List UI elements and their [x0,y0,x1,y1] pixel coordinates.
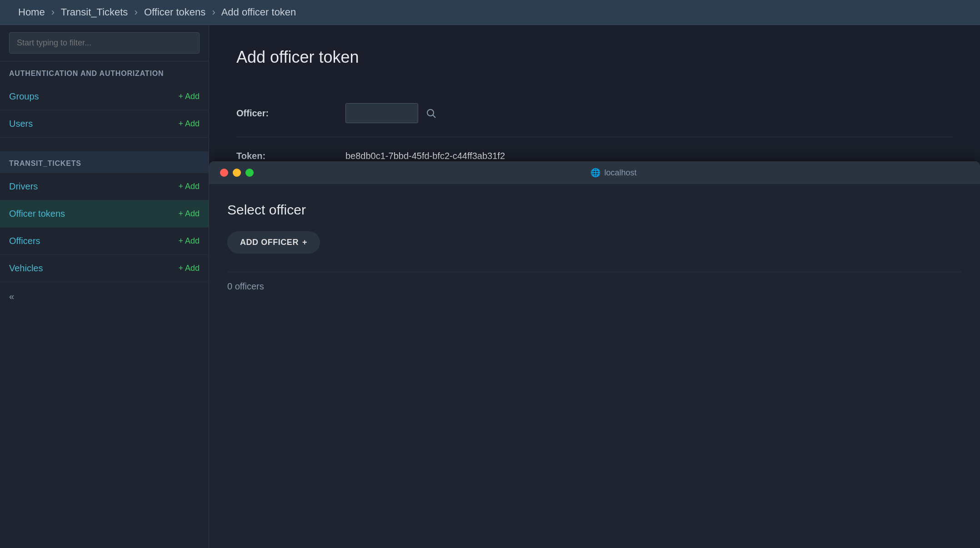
sidebar-item-officers[interactable]: Officers + Add [0,228,209,255]
traffic-light-green[interactable] [245,169,254,177]
breadcrumb-sep2: › [135,6,138,18]
officers-count: 0 officers [227,272,962,292]
auth-section-header: AUTHENTICATION AND AUTHORIZATION [0,61,209,83]
popup-window: 🌐 localhost Select officer ADD OFFICER +… [209,161,980,548]
traffic-light-red[interactable] [220,169,228,177]
globe-icon: 🌐 [590,168,600,178]
officer-search-button[interactable] [424,106,438,120]
officer-field [345,103,438,123]
breadcrumb-officer-tokens[interactable]: Officer tokens [144,6,205,18]
popup-url-text: localhost [604,168,636,178]
sidebar-item-groups-label: Groups [9,91,39,102]
sidebar-item-users-label: Users [9,119,33,129]
sidebar-item-groups-add[interactable]: + Add [178,92,200,101]
sidebar-item-officer-tokens-add[interactable]: + Add [178,209,200,219]
traffic-light-yellow[interactable] [233,169,241,177]
main-layout: AUTHENTICATION AND AUTHORIZATION Groups … [0,25,980,548]
content-area: Add officer token Officer: Token: be8db0… [209,25,980,548]
sidebar: AUTHENTICATION AND AUTHORIZATION Groups … [0,25,209,548]
search-icon [425,108,436,119]
sidebar-spacer [0,138,209,151]
popup-content: Select officer ADD OFFICER + 0 officers [209,184,980,310]
add-officer-btn-label: ADD OFFICER [240,238,299,247]
sidebar-item-users-add[interactable]: + Add [178,119,200,129]
breadcrumb-transit[interactable]: Transit_Tickets [61,6,128,18]
breadcrumb-home[interactable]: Home [18,6,45,18]
sidebar-item-vehicles-label: Vehicles [9,263,43,274]
sidebar-item-drivers-add[interactable]: + Add [178,182,200,191]
collapse-icon: « [9,291,14,302]
svg-point-0 [427,110,434,116]
sidebar-item-officers-label: Officers [9,236,40,246]
breadcrumb-sep1: › [51,6,55,18]
officer-input[interactable] [345,103,418,123]
officer-form-row: Officer: [236,90,953,137]
sidebar-item-vehicles[interactable]: Vehicles + Add [0,255,209,282]
popup-titlebar: 🌐 localhost [209,161,980,184]
sidebar-item-officer-tokens-label: Officer tokens [9,209,65,219]
add-icon: + [302,238,307,247]
token-label: Token: [236,151,345,161]
popup-title: Select officer [227,202,962,218]
breadcrumb-current: Add officer token [221,6,296,18]
sidebar-filter-input[interactable] [9,32,200,54]
sidebar-item-officer-tokens[interactable]: Officer tokens + Add [0,200,209,228]
popup-url-bar: 🌐 localhost [258,168,969,178]
sidebar-item-officers-add[interactable]: + Add [178,236,200,246]
officer-label: Officer: [236,108,345,119]
add-officer-button[interactable]: ADD OFFICER + [227,231,320,254]
sidebar-item-vehicles-add[interactable]: + Add [178,264,200,273]
token-value: be8db0c1-7bbd-45fd-bfc2-c44ff3ab31f2 [345,151,505,161]
breadcrumb: Home › Transit_Tickets › Officer tokens … [0,0,980,25]
sidebar-item-drivers-label: Drivers [9,181,38,192]
page-title: Add officer token [236,48,953,67]
transit-section-header: TRANSIT_TICKETS [0,151,209,173]
sidebar-filter-container [0,25,209,61]
svg-line-1 [433,115,436,118]
sidebar-item-groups[interactable]: Groups + Add [0,83,209,110]
sidebar-item-drivers[interactable]: Drivers + Add [0,173,209,200]
breadcrumb-sep3: › [212,6,215,18]
sidebar-collapse-button[interactable]: « [0,282,209,311]
sidebar-item-users[interactable]: Users + Add [0,110,209,138]
